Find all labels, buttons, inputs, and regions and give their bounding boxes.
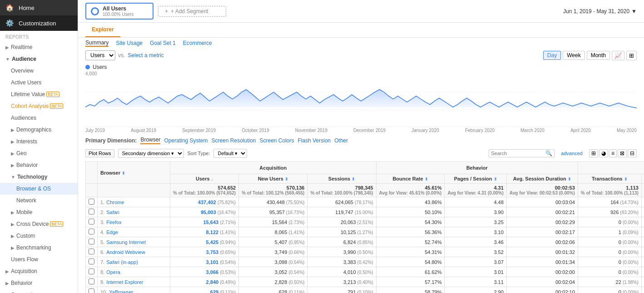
pivot-view-button[interactable]: ⊠ [618,149,627,157]
sidebar-item-demographics[interactable]: ▶ Demographics [0,124,78,136]
grid-view-button[interactable]: ⊞ [589,149,598,157]
dim-os[interactable]: Operating System [164,137,208,144]
sidebar-item-acquisition[interactable]: ▶ Acquisition [0,265,78,277]
sort-type-select[interactable]: Default ▾ [213,149,247,158]
metric-selector[interactable]: Users [85,50,115,60]
bar-view-button[interactable]: ≡ [609,149,617,157]
row-checkbox-7[interactable] [89,259,94,264]
browser-link-opera[interactable]: Opera [106,269,120,275]
th-pages-per-session[interactable]: Pages / Session ⇕ [445,174,506,184]
row-checkbox-10[interactable] [89,288,94,293]
row-checkbox-5[interactable] [89,239,94,244]
browser-link-ie[interactable]: Internet Explorer [106,279,143,285]
total-avg-duration: 00:02:53 Avg for View: 00:02:53 (0.00%) [506,184,578,197]
th-transactions[interactable]: Transactions ⇕ [578,174,641,184]
dim-other[interactable]: Other [334,137,348,144]
row-checkbox-8[interactable] [89,269,94,274]
dim-browser[interactable]: Browser [140,137,160,144]
row-checkbox-2[interactable] [89,209,94,215]
sidebar-item-cohort-analysis[interactable]: Cohort AnalysisBETA [0,100,78,112]
sidebar-item-technology[interactable]: ▼ Technology [0,171,78,183]
month-button[interactable]: Month [587,51,610,60]
sub-tab-summary[interactable]: Summary [85,39,109,47]
sidebar-item-lifetime-value[interactable]: Lifetime ValueBETA [0,88,78,100]
sub-tab-ecommerce[interactable]: Ecommerce [183,40,212,46]
sidebar-item-cross-device[interactable]: ▶ Cross DeviceBETA [0,218,78,230]
plot-rows-button[interactable]: Plot Rows [85,149,114,157]
date-range[interactable]: Jun 1, 2019 - May 31, 2020 ▼ [563,8,637,15]
sidebar-item-audiences[interactable]: Audiences [0,112,78,124]
sub-tab-goal-set-1[interactable]: Goal Set 1 [150,40,176,46]
sidebar-item-home[interactable]: 🏠 Home [0,0,78,15]
dim-screen-resolution[interactable]: Screen Resolution [211,137,256,144]
home-icon: 🏠 [5,4,14,12]
browser-link-android-webview[interactable]: Android Webview [106,249,145,255]
sidebar-item-behavior-main[interactable]: ▶ Behavior [0,277,78,289]
table-row: 9.Internet Explorer 2,840 (0.49%) 2,828 … [86,277,644,287]
search-box[interactable]: 🔍 [489,149,555,157]
all-users-segment[interactable]: All Users 100.00% Users [85,3,154,20]
row-checkbox-6[interactable] [89,249,94,254]
row-checkbox-1[interactable] [89,199,94,205]
sidebar-item-active-users[interactable]: Active Users [0,77,78,88]
row-checkbox-3[interactable] [89,219,94,225]
dim-screen-colors[interactable]: Screen Colors [260,137,294,144]
sidebar-item-audience[interactable]: ▼ Audience [0,53,78,65]
total-transactions: 1,113 % of Total: 100.00% (1,113) [578,184,641,197]
line-chart-button[interactable]: 📈 [612,51,624,60]
tab-explorer[interactable]: Explorer [85,23,120,37]
chevron-right-icon-8: ▶ [11,234,15,239]
browser-link-safari-inapp[interactable]: Safari (in-app) [106,259,138,265]
sidebar-item-interests[interactable]: ▶ Interests [0,136,78,147]
sidebar-item-geo[interactable]: ▶ Geo [0,147,78,159]
browser-link-edge[interactable]: Edge [106,230,118,235]
pie-view-button[interactable]: ◕ [599,149,608,157]
sidebar-item-customization[interactable]: ⚙️ Customization [0,15,78,31]
browser-link-firefox[interactable]: Firefox [106,220,122,225]
advanced-link[interactable]: advanced [561,151,583,156]
select-metric-link[interactable]: Select a metric [128,52,163,59]
row-checkbox-4[interactable] [89,229,94,234]
th-new-users[interactable]: New Users ⇕ [239,174,307,184]
sidebar-item-custom[interactable]: ▶ Custom [0,230,78,242]
sidebar-item-realtime[interactable]: ▶ Realtime [0,41,78,53]
top-bar: All Users 100.00% Users + + Add Segment … [78,0,644,23]
sidebar-item-conversions[interactable]: ▶ Conversions [0,289,78,293]
th-browser[interactable]: Browser ⇕ [98,162,170,184]
primary-dimension-row: Primary Dimension: Browser Operating Sys… [85,134,637,147]
browser-link-yabrowser[interactable]: YaBrowser [109,289,133,293]
browser-link-safari[interactable]: Safari [106,210,119,215]
chevron-right-icon-9: ▶ [11,245,15,250]
th-sessions[interactable]: Sessions ⇕ [307,174,376,184]
chevron-right-icon-2: ▶ [11,127,15,132]
total-new-users: 570,136 % of Total: 100.12% (569,455) [239,184,307,197]
total-pages: 4.31 Avg for View: 4.31 (0.00%) [445,184,506,197]
dim-flash-version[interactable]: Flash Version [298,137,331,144]
chevron-right-icon-11: ▶ [5,281,9,286]
sidebar-item-behavior[interactable]: ▶ Behavior [0,159,78,171]
table-view-button[interactable]: ⊟ [628,149,637,157]
th-revenue[interactable]: Revenue ⇕ [641,174,644,184]
chevron-right-icon-5: ▶ [11,163,15,168]
chevron-down-icon: ▼ [5,57,10,62]
sidebar-item-users-flow[interactable]: Users Flow [0,254,78,265]
browser-link-samsung[interactable]: Samsung Internet [106,239,146,245]
chart-area: Users 4,000 July 2019 August 2019 Septem… [78,62,644,134]
th-users[interactable]: Users ↓ [170,174,239,184]
sub-tab-site-usage[interactable]: Site Usage [116,40,143,46]
bar-chart-button[interactable]: ⊞ [626,51,637,60]
browser-link-chrome[interactable]: Chrome [106,200,124,205]
day-button[interactable]: Day [543,51,561,60]
th-bounce-rate[interactable]: Bounce Rate ⇕ [376,174,445,184]
search-input[interactable] [491,151,545,156]
secondary-dimension-select[interactable]: Secondary dimension ▾ [118,149,184,158]
add-segment-button[interactable]: + + Add Segment [158,6,226,17]
sidebar-item-mobile[interactable]: ▶ Mobile [0,206,78,218]
sidebar-item-overview[interactable]: Overview [0,65,78,77]
row-checkbox-9[interactable] [89,278,94,284]
sidebar-item-network[interactable]: Network [0,195,78,206]
week-button[interactable]: Week [563,51,585,60]
sidebar-item-browser-os[interactable]: Browser & OS [0,183,78,195]
th-avg-session-duration[interactable]: Avg. Session Duration ⇕ [506,174,578,184]
sidebar-item-benchmarking[interactable]: ▶ Benchmarking [0,242,78,254]
